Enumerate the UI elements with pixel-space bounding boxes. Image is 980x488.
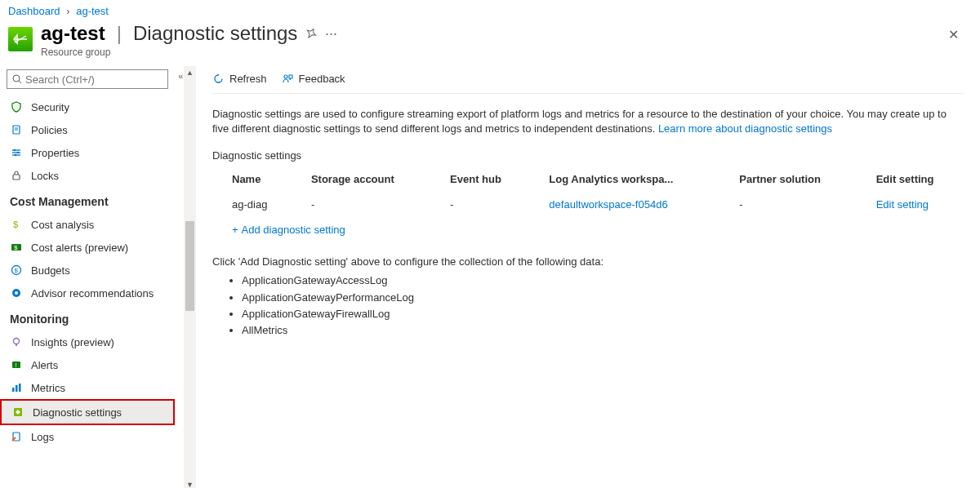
cell-law: defaultworkspace-f054d6 xyxy=(529,192,719,217)
sidebar-item-label: Cost alerts (preview) xyxy=(31,242,128,254)
law-link[interactable]: defaultworkspace-f054d6 xyxy=(549,198,667,211)
properties-icon xyxy=(10,146,23,159)
pin-icon[interactable] xyxy=(305,28,317,39)
edit-setting-link[interactable]: Edit setting xyxy=(876,198,929,211)
data-types-list: ApplicationGatewayAccessLog ApplicationG… xyxy=(212,273,964,339)
search-input[interactable] xyxy=(25,73,163,86)
highlighted-nav-item: Diagnostic settings xyxy=(0,399,175,425)
main-content: Refresh Feedback Diagnostic settings are… xyxy=(196,66,980,488)
sidebar-item-insights[interactable]: Insights (preview) xyxy=(0,331,175,353)
diagnostic-icon xyxy=(11,406,24,419)
search-icon xyxy=(12,74,22,84)
sidebar-item-label: Metrics xyxy=(31,382,65,394)
svg-line-1 xyxy=(19,81,21,83)
svg-point-8 xyxy=(14,149,16,152)
svg-point-10 xyxy=(15,154,17,157)
close-icon[interactable]: ✕ xyxy=(943,22,964,47)
sidebar-item-label: Insights (preview) xyxy=(31,336,114,348)
diagnostic-settings-table: Name Storage account Event hub Log Analy… xyxy=(212,166,964,242)
lightbulb-icon xyxy=(10,335,23,348)
sidebar-section-cost: Cost Management xyxy=(0,187,175,213)
more-icon[interactable]: ⋯ xyxy=(325,26,337,41)
col-edit: Edit setting xyxy=(857,166,964,192)
sidebar-item-alerts[interactable]: ! Alerts xyxy=(0,353,175,376)
footer-text: Click 'Add Diagnostic setting' above to … xyxy=(212,242,964,273)
document-icon xyxy=(10,123,23,136)
sidebar-item-diagnostic-settings[interactable]: Diagnostic settings xyxy=(2,401,173,424)
scroll-thumb[interactable] xyxy=(185,221,194,311)
list-item: ApplicationGatewayAccessLog xyxy=(242,273,964,289)
dollar-icon: $ xyxy=(10,218,23,231)
svg-text:$: $ xyxy=(15,267,19,274)
advisor-icon xyxy=(10,286,23,299)
sidebar-item-security[interactable]: Security xyxy=(0,95,175,118)
feedback-button[interactable]: Feedback xyxy=(282,73,345,85)
resource-name: ag-test xyxy=(41,22,105,45)
list-item: ApplicationGatewayPerformanceLog xyxy=(242,290,964,306)
sidebar: Security Policies Properties Locks Cost … xyxy=(0,66,196,488)
sidebar-item-metrics[interactable]: Metrics xyxy=(0,376,175,399)
svg-text:$: $ xyxy=(13,220,18,229)
col-name: Name xyxy=(212,166,292,192)
dollar-alert-icon: $ xyxy=(10,241,23,254)
sidebar-item-cost-alerts[interactable]: $ Cost alerts (preview) xyxy=(0,236,175,259)
sidebar-item-label: Budgets xyxy=(31,264,70,277)
feedback-icon xyxy=(282,73,294,85)
sidebar-item-policies[interactable]: Policies xyxy=(0,118,175,141)
plus-icon: + xyxy=(232,224,238,236)
list-item: AllMetrics xyxy=(242,322,964,339)
col-storage: Storage account xyxy=(292,166,430,192)
breadcrumb: Dashboard › ag-test xyxy=(0,0,980,20)
table-header-row: Name Storage account Event hub Log Analy… xyxy=(212,166,964,192)
metrics-icon xyxy=(10,381,23,394)
sidebar-item-cost-analysis[interactable]: $ Cost analysis xyxy=(0,213,175,236)
add-diagnostic-setting-button[interactable]: +Add diagnostic setting xyxy=(232,224,345,236)
sidebar-item-advisor[interactable]: Advisor recommendations xyxy=(0,282,175,304)
cell-name: ag-diag xyxy=(212,192,292,217)
svg-point-19 xyxy=(14,339,20,344)
col-eventhub: Event hub xyxy=(430,166,529,192)
breadcrumb-current[interactable]: ag-test xyxy=(76,5,109,17)
sidebar-item-budgets[interactable]: $ Budgets xyxy=(0,259,175,282)
sidebar-scrollbar[interactable]: ▲ ▼ xyxy=(187,66,196,488)
shield-icon xyxy=(10,100,23,113)
toolbar: Refresh Feedback xyxy=(212,66,964,94)
svg-rect-11 xyxy=(13,175,20,180)
add-row: +Add diagnostic setting xyxy=(212,217,964,242)
budget-icon: $ xyxy=(10,264,23,277)
refresh-label: Refresh xyxy=(229,73,267,85)
resource-type-label: Resource group xyxy=(41,47,943,58)
sidebar-item-label: Diagnostic settings xyxy=(33,406,122,419)
table-row[interactable]: ag-diag - - defaultworkspace-f054d6 - Ed… xyxy=(212,192,964,217)
svg-point-28 xyxy=(284,75,287,78)
sidebar-search[interactable] xyxy=(7,69,168,89)
sidebar-item-label: Alerts xyxy=(31,359,58,371)
list-item: ApplicationGatewayFirewallLog xyxy=(242,306,964,322)
sidebar-item-properties[interactable]: Properties xyxy=(0,141,175,164)
cell-partner: - xyxy=(719,192,856,217)
svg-text:!: ! xyxy=(16,362,17,369)
sidebar-item-label: Policies xyxy=(31,124,68,136)
table-label: Diagnostic settings xyxy=(212,141,964,166)
sidebar-item-logs[interactable]: Logs xyxy=(0,425,175,448)
col-partner: Partner solution xyxy=(719,166,856,192)
feedback-label: Feedback xyxy=(299,73,345,85)
scroll-up-icon[interactable]: ▲ xyxy=(184,66,196,78)
svg-point-0 xyxy=(13,75,20,82)
svg-rect-23 xyxy=(12,388,15,392)
breadcrumb-root[interactable]: Dashboard xyxy=(8,5,60,17)
svg-rect-24 xyxy=(16,385,18,392)
alerts-icon: ! xyxy=(10,358,23,371)
learn-more-link[interactable]: Learn more about diagnostic settings xyxy=(658,122,832,135)
description-text: Diagnostic settings are used to configur… xyxy=(212,94,964,141)
svg-point-9 xyxy=(17,152,20,154)
sidebar-item-label: Security xyxy=(31,101,69,113)
refresh-button[interactable]: Refresh xyxy=(212,73,267,85)
scroll-down-icon[interactable]: ▼ xyxy=(184,478,196,488)
chevron-right-icon: › xyxy=(66,5,69,17)
logs-icon xyxy=(10,430,23,443)
sidebar-item-locks[interactable]: Locks xyxy=(0,164,175,187)
sidebar-item-label: Logs xyxy=(31,431,54,443)
refresh-icon xyxy=(212,73,225,85)
svg-rect-25 xyxy=(19,384,21,392)
